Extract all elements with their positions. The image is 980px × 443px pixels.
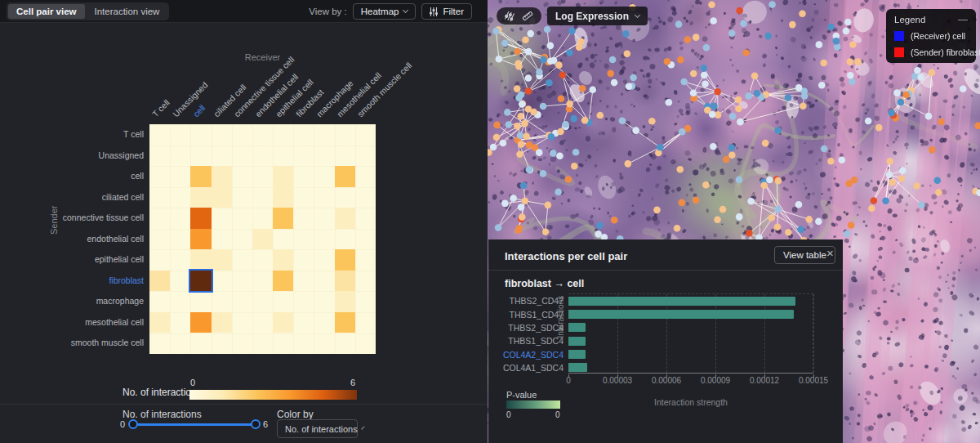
pvalue-max: 0 [555, 410, 560, 419]
heatmap-row-label: fibroblast [39, 271, 144, 292]
interaction-strength-bar[interactable] [568, 310, 794, 319]
heatmap-row-label: smooth muscle cell [39, 333, 144, 354]
heatmap-row-label: cell [39, 166, 144, 187]
interactions-per-cell-pair-panel: Interactions per cell pair View table × … [488, 239, 843, 443]
heatmap-cell[interactable] [212, 187, 232, 208]
heatmap-cell[interactable] [273, 208, 293, 229]
chevron-down-icon [635, 11, 640, 17]
color-by-label: Color by [277, 409, 314, 420]
interaction-bar-chart: Interactions Interaction strength 00.000… [568, 293, 813, 374]
image-toolbar: Log Expression [497, 7, 648, 25]
adjust-sliders-icon[interactable] [505, 11, 514, 21]
interaction-strength-bar[interactable] [568, 297, 795, 306]
gridline [813, 294, 814, 373]
chevron-down-icon [361, 426, 364, 429]
heatmap-cell[interactable] [335, 166, 355, 187]
cell-pair-subtitle: fibroblast → cell [505, 278, 584, 289]
heatmap-cell[interactable] [273, 312, 293, 333]
receiver-color-swatch [894, 31, 904, 41]
heatmap-cell[interactable] [212, 166, 232, 187]
view-tabs: Cell pair view Interaction view [7, 2, 169, 20]
heatmap-row-label: mesothelial cell [39, 312, 144, 333]
slider-max-value: 6 [263, 419, 268, 429]
heatmap-cell[interactable] [335, 208, 355, 229]
legend-panel: Legend — (Receiver) cell (Sender) fibrob… [886, 9, 976, 63]
bar-category-label: COL4A2_SDC4 [501, 350, 564, 360]
slider-min-value: 0 [120, 419, 125, 429]
bar-category-label: THBS2_CD47 [501, 296, 564, 306]
heatmap-cell[interactable] [190, 229, 211, 250]
gridline [764, 294, 765, 373]
filter-sliders-icon [430, 7, 438, 16]
bar-category-label: THBS1_CD47 [501, 310, 564, 320]
heatmap-cell[interactable] [335, 249, 355, 271]
filter-button[interactable]: Filter [421, 3, 472, 20]
pvalue-min: 0 [506, 410, 511, 419]
interaction-strength-bar[interactable] [568, 337, 586, 346]
x-tick-label: 0.00003 [593, 376, 642, 385]
left-toolbar: Cell pair view Interaction view View by … [0, 0, 488, 23]
heatmap-cell[interactable] [273, 271, 293, 292]
view-by-value: Heatmap [361, 7, 399, 16]
tab-cell-pair-view[interactable]: Cell pair view [8, 4, 85, 19]
interaction-strength-bar[interactable] [568, 323, 586, 332]
heatmap-cell[interactable] [273, 187, 293, 208]
image-tools [497, 7, 541, 25]
legend-minimize-button[interactable]: — [958, 16, 968, 23]
heatmap-row-label: Unassigned [39, 145, 144, 167]
x-tick-label: 0.00015 [789, 376, 838, 385]
color-by-value: No. of interactions [285, 424, 358, 434]
heatmap-row-label: endothelial cell [39, 229, 144, 250]
analysis-panel: Cell pair view Interaction view View by … [0, 0, 488, 443]
heatmap-cell[interactable] [212, 312, 232, 333]
gridline [715, 294, 716, 373]
pvalue-colorbar [506, 400, 560, 409]
heatmap-cell[interactable] [190, 249, 211, 271]
tab-interaction-view[interactable]: Interaction view [87, 4, 168, 19]
heatmap-cell[interactable] [190, 187, 211, 208]
slider-handle-min[interactable] [128, 419, 138, 429]
filter-label: Filter [443, 7, 464, 16]
heatmap-cell[interactable] [149, 271, 170, 292]
ruler-icon[interactable] [522, 11, 533, 21]
heatmap-cell[interactable] [149, 312, 170, 333]
legend-title: Legend [894, 15, 925, 25]
spatial-image-panel: Log Expression Legend — (Receiver) cell … [488, 0, 980, 443]
legend-item-sender: (Sender) fibroblast [894, 47, 968, 57]
heatmap-cell[interactable] [335, 291, 355, 312]
heatmap-cell[interactable] [335, 312, 355, 333]
bar-category-label: THBS2_SDC4 [501, 323, 564, 333]
heatmap-cell[interactable] [190, 271, 211, 292]
colorbar-min: 0 [190, 378, 195, 387]
pvalue-legend-label: P-value [506, 390, 537, 400]
close-icon[interactable]: × [826, 247, 834, 259]
chevron-down-icon [403, 7, 408, 13]
heatmap-grid[interactable] [149, 124, 376, 354]
interaction-strength-bar[interactable] [568, 350, 586, 359]
slider-handle-max[interactable] [251, 419, 261, 429]
interactions-slider-label: No. of interactions [122, 409, 202, 420]
panel-title: Interactions per cell pair [505, 250, 627, 262]
heatmap-cell[interactable] [273, 166, 293, 187]
interaction-strength-bar[interactable] [568, 363, 587, 372]
interactions-range-slider[interactable] [133, 423, 256, 426]
heatmap-cell[interactable] [212, 249, 232, 271]
view-by-select[interactable]: Heatmap [353, 3, 416, 20]
heatmap-row-label: macrophage [39, 291, 144, 312]
color-by-select[interactable]: No. of interactions [277, 419, 358, 438]
log-expression-select[interactable]: Log Expression [547, 7, 648, 25]
heatmap-cell[interactable] [190, 166, 211, 187]
x-tick-label: 0.00006 [642, 376, 691, 385]
heatmap-cell[interactable] [252, 229, 273, 250]
heatmap-cell[interactable] [190, 208, 211, 229]
heatmap-row-label: ciliated cell [39, 187, 144, 208]
bar-category-label: THBS1_SDC4 [501, 336, 564, 346]
heatmap-row-label: epithelial cell [39, 249, 144, 271]
heatmap-cell[interactable] [190, 312, 211, 333]
heatmap-cell[interactable] [273, 249, 293, 271]
x-tick-label: 0 [544, 376, 593, 385]
divider [0, 404, 488, 405]
heatmap-row-label: connective tissue cell [39, 208, 144, 229]
cell-interaction-app: Cell pair view Interaction view View by … [0, 0, 980, 443]
heatmap-cell[interactable] [335, 271, 355, 292]
